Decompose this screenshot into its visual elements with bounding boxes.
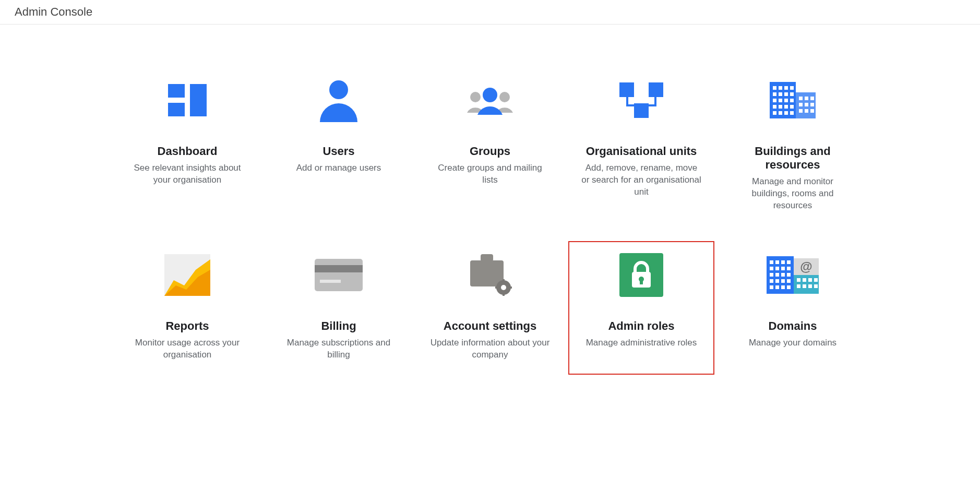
svg-rect-18 (784, 86, 788, 90)
svg-rect-33 (779, 111, 782, 115)
svg-rect-20 (773, 92, 776, 96)
svg-rect-43 (805, 109, 808, 113)
svg-rect-26 (784, 99, 788, 102)
svg-rect-25 (779, 99, 782, 102)
tile-desc: Add, remove, rename, move or search for … (581, 162, 701, 198)
tile-desc: Manage and monitor buildings, rooms and … (733, 176, 853, 212)
svg-rect-36 (799, 97, 803, 100)
tile-domains[interactable]: @ Domains Manage your domains (720, 241, 866, 375)
tiles-grid: Dashboard See relevant insights about yo… (114, 66, 866, 375)
tile-desc: Add or manage users (296, 162, 381, 174)
groups-icon (465, 77, 515, 124)
tile-title: Billing (321, 319, 356, 333)
svg-rect-44 (810, 109, 814, 113)
buildings-icon (770, 77, 816, 124)
tile-desc: See relevant insights about your organis… (127, 162, 247, 186)
tile-org-units[interactable]: Organisational units Add, remove, rename… (568, 66, 714, 225)
svg-rect-89 (797, 284, 800, 288)
tiles-container: Dashboard See relevant insights about yo… (83, 25, 897, 396)
svg-rect-92 (814, 284, 818, 288)
svg-rect-1 (168, 103, 185, 116)
tile-admin-roles[interactable]: Admin roles Manage administrative roles (568, 241, 714, 375)
tile-title: Reports (165, 319, 209, 333)
admin-roles-icon (619, 252, 663, 298)
svg-rect-78 (781, 279, 785, 283)
svg-rect-56 (503, 293, 505, 296)
svg-rect-74 (781, 273, 785, 277)
svg-rect-73 (775, 273, 779, 277)
svg-rect-87 (808, 278, 812, 282)
svg-rect-32 (773, 111, 776, 115)
tile-buildings[interactable]: Buildings and resources Manage and monit… (720, 66, 866, 225)
billing-icon (315, 252, 363, 298)
svg-rect-21 (779, 92, 782, 96)
svg-rect-82 (781, 285, 785, 289)
svg-point-5 (499, 92, 510, 102)
tile-title: Admin roles (608, 319, 674, 333)
svg-rect-11 (626, 104, 635, 106)
svg-rect-38 (810, 97, 814, 100)
svg-rect-13 (654, 97, 656, 106)
svg-text:@: @ (800, 259, 812, 273)
svg-rect-64 (770, 260, 773, 264)
svg-rect-77 (775, 279, 779, 283)
svg-point-6 (483, 88, 497, 102)
tile-desc: Create groups and mailing lists (430, 162, 550, 186)
page-header: Admin Console (0, 0, 980, 25)
svg-rect-62 (640, 279, 643, 284)
svg-rect-22 (784, 92, 788, 96)
svg-rect-23 (790, 92, 794, 96)
svg-rect-57 (495, 286, 498, 289)
tile-desc: Manage subscriptions and billing (279, 337, 399, 361)
svg-rect-85 (797, 278, 800, 282)
svg-rect-65 (775, 260, 779, 264)
svg-rect-58 (509, 286, 512, 289)
tile-desc: Monitor usage across your organisation (127, 337, 247, 361)
tile-billing[interactable]: Billing Manage subscriptions and billing (266, 241, 412, 375)
svg-rect-24 (773, 99, 776, 102)
svg-rect-80 (770, 285, 773, 289)
svg-rect-76 (770, 279, 773, 283)
svg-rect-2 (190, 84, 207, 116)
svg-rect-16 (773, 86, 776, 90)
svg-rect-40 (805, 103, 808, 106)
svg-rect-8 (649, 82, 663, 97)
svg-rect-39 (799, 103, 803, 106)
tile-desc: Manage your domains (749, 337, 836, 349)
svg-rect-55 (503, 279, 505, 282)
svg-rect-70 (781, 267, 785, 270)
tile-groups[interactable]: Groups Create groups and mailing lists (417, 66, 563, 225)
svg-rect-50 (320, 280, 341, 283)
svg-rect-91 (808, 284, 812, 288)
svg-rect-28 (773, 105, 776, 109)
tile-title: Users (322, 145, 354, 158)
domains-icon: @ (767, 252, 819, 298)
reports-icon (164, 252, 210, 298)
tile-reports[interactable]: Reports Monitor usage across your organi… (114, 241, 260, 375)
svg-rect-49 (315, 265, 363, 272)
svg-rect-42 (799, 109, 803, 113)
tile-account-settings[interactable]: Account settings Update information abou… (417, 241, 563, 375)
svg-point-54 (501, 285, 506, 290)
svg-rect-29 (779, 105, 782, 109)
svg-rect-90 (803, 284, 806, 288)
svg-rect-35 (790, 111, 794, 115)
svg-rect-30 (784, 105, 788, 109)
svg-rect-79 (787, 279, 791, 283)
tile-dashboard[interactable]: Dashboard See relevant insights about yo… (114, 66, 260, 225)
org-units-icon (619, 77, 663, 124)
svg-point-4 (470, 92, 481, 102)
svg-rect-17 (779, 86, 782, 90)
tile-title: Organisational units (586, 145, 697, 158)
tile-desc: Manage administrative roles (586, 337, 697, 349)
svg-rect-72 (770, 273, 773, 277)
svg-rect-31 (790, 105, 794, 109)
svg-rect-48 (315, 259, 363, 291)
page-title: Admin Console (15, 5, 92, 18)
user-icon (317, 77, 361, 124)
tile-title: Groups (470, 145, 510, 158)
tile-users[interactable]: Users Add or manage users (266, 66, 412, 225)
svg-rect-34 (784, 111, 788, 115)
svg-rect-83 (787, 285, 791, 289)
svg-point-3 (329, 80, 348, 99)
